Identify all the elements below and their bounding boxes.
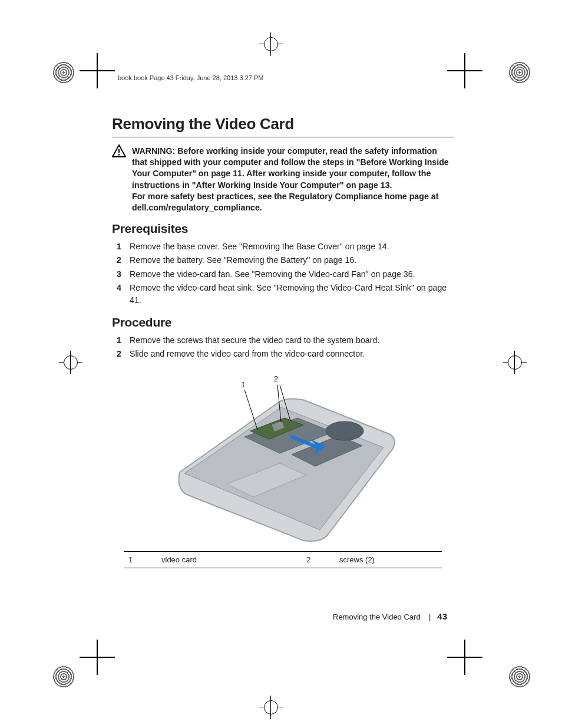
footer-sep: | bbox=[429, 612, 431, 621]
footer-page: 43 bbox=[437, 611, 447, 621]
content-area: Removing the Video Card WARNING: Before … bbox=[112, 115, 454, 568]
prereq-heading: Prerequisites bbox=[112, 222, 454, 236]
title-rule bbox=[112, 137, 454, 137]
warning-label: WARNING: bbox=[132, 146, 175, 156]
table-row: 1 video card 2 screws (2) bbox=[124, 552, 442, 568]
manual-page: book.book Page 43 Friday, June 28, 2013 … bbox=[0, 0, 562, 728]
procedure-heading: Procedure bbox=[112, 315, 454, 330]
svg-point-2 bbox=[326, 421, 363, 440]
figure: 1 2 bbox=[112, 366, 454, 551]
key-num: 2 bbox=[302, 552, 335, 568]
key-label: video card bbox=[157, 552, 302, 568]
laptop-internals-illustration: 1 2 bbox=[156, 366, 409, 549]
procedure-list: 1Remove the screws that secure the video… bbox=[112, 334, 454, 361]
callout-2: 2 bbox=[274, 374, 278, 383]
list-item: 2Slide and remove the video card from th… bbox=[112, 348, 454, 360]
list-item: 4Remove the video-card heat sink. See "R… bbox=[112, 282, 454, 307]
callout-1: 1 bbox=[241, 380, 245, 389]
crop-mark-tr bbox=[447, 53, 482, 88]
page-footer: Removing the Video Card | 43 bbox=[333, 611, 447, 621]
key-label: screws (2) bbox=[335, 552, 442, 568]
crop-mark-br bbox=[447, 640, 482, 675]
prereq-list: 1Remove the base cover. See "Removing th… bbox=[112, 241, 454, 307]
list-item: 2Remove the battery. See "Removing the B… bbox=[112, 254, 454, 266]
figure-key: 1 video card 2 screws (2) bbox=[124, 551, 442, 568]
list-item: 1Remove the screws that secure the video… bbox=[112, 334, 454, 347]
crop-mark-bl bbox=[80, 640, 115, 675]
key-num: 1 bbox=[124, 552, 157, 568]
warning-text: WARNING: Before working inside your comp… bbox=[132, 146, 454, 213]
warning-body: Before working inside your computer, rea… bbox=[132, 146, 449, 190]
svg-point-1 bbox=[118, 154, 120, 156]
running-head: book.book Page 43 Friday, June 28, 2013 … bbox=[118, 74, 263, 81]
list-item: 3Remove the video-card fan. See "Removin… bbox=[112, 268, 454, 281]
warning-block: WARNING: Before working inside your comp… bbox=[112, 146, 454, 213]
footer-title: Removing the Video Card bbox=[333, 612, 421, 621]
warning-icon bbox=[112, 144, 126, 160]
crop-mark-tl bbox=[80, 53, 115, 88]
page-title: Removing the Video Card bbox=[112, 115, 454, 133]
list-item: 1Remove the base cover. See "Removing th… bbox=[112, 241, 454, 253]
warning-extra: For more safety best practices, see the … bbox=[132, 192, 438, 212]
